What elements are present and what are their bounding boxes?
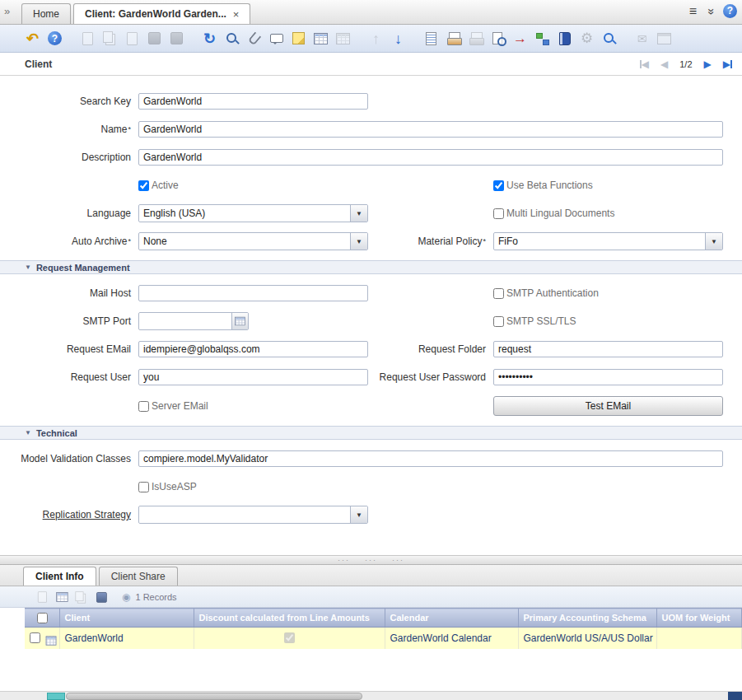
request-email-label: Request EMail [21,340,136,358]
server-email-checkbox[interactable] [138,401,149,412]
post-it-note-button[interactable] [287,27,310,49]
tab-client[interactable]: Client: GardenWorld Garden... × [73,3,250,24]
tab-title: Client [25,58,52,70]
auto-archive-combo[interactable]: ▼ [138,232,368,250]
select-all-checkbox[interactable] [37,613,48,623]
form-row: Mail Host SMTP Authentication [21,284,742,302]
request-email-input[interactable] [138,341,368,357]
cell-calendar[interactable]: GardenWorld Calendar [385,628,518,649]
ignore-changes-button[interactable]: ↶ [21,27,44,49]
tab-client-info[interactable]: Client Info [23,567,96,586]
chevron-down-icon[interactable]: ▼ [350,205,367,222]
is-use-asp-checkbox[interactable] [138,482,149,492]
attachment-button[interactable] [243,27,265,49]
required-marker: * [483,237,486,245]
zoom-across-button[interactable] [598,27,620,49]
detail-save-button[interactable] [92,588,110,606]
chevron-down-icon[interactable]: ▼ [350,233,367,250]
cell-client[interactable]: GardenWorld [59,628,194,649]
smtp-ssl-checkbox[interactable] [493,316,504,327]
archive-viewer-button[interactable] [487,27,509,49]
mail-host-input[interactable] [138,285,368,301]
form-row: IsUseASP [21,478,742,496]
replication-strategy-input[interactable] [139,506,350,523]
material-policy-combo[interactable]: ▼ [493,232,723,250]
book-icon [557,30,573,47]
section-technical[interactable]: ▼ Technical [0,426,742,440]
column-header-4[interactable]: Primary Accounting Schema [518,609,656,628]
find-record-button[interactable] [221,27,243,49]
collapse-all-icon[interactable]: « [704,8,716,15]
client-form: Search Key Name* Description Active Use … [0,76,742,555]
column-header-5[interactable]: UOM for Weight [656,609,742,628]
language-input[interactable] [139,205,350,222]
table-row[interactable]: GardenWorldGardenWorld CalendarGardenWor… [25,628,742,649]
smtp-port-field[interactable] [138,312,249,330]
csv-import-button [332,27,354,49]
model-validation-classes-input[interactable] [138,450,723,467]
request-user-password-input[interactable] [493,369,723,385]
help-button[interactable]: ? [44,27,66,49]
cell-uom-for-weight[interactable] [656,628,742,649]
material-policy-input[interactable] [494,233,705,250]
scrollbar-thumb[interactable] [66,693,362,700]
replication-strategy-label[interactable]: Replication Strategy [21,506,136,524]
column-header-2[interactable]: Discount calculated from Line Amounts [194,609,385,628]
multi-lingual-documents-checkbox[interactable] [493,208,504,219]
splitter-handle[interactable]: ··· ··· ··· [0,555,742,565]
tab-home[interactable]: Home [21,3,71,24]
column-header-3[interactable]: Calendar [385,609,518,628]
row-edit-icon[interactable] [46,636,57,645]
language-combo[interactable]: ▼ [138,204,368,222]
tab-client-share[interactable]: Client Share [99,567,178,586]
chevron-down-icon[interactable]: ▼ [350,506,367,523]
request-icon: ✉ [634,30,651,47]
last-record-button[interactable]: ▶ [723,58,732,70]
select-all-header[interactable] [25,609,59,628]
calculator-button[interactable] [231,313,248,329]
smtp-authentication-checkbox[interactable] [493,288,504,299]
window-icon [656,30,673,47]
grid-toggle-button[interactable] [310,27,332,49]
horizontal-scrollbar[interactable] [0,691,742,700]
refresh-button[interactable]: ↻ [198,27,221,49]
row-select-checkbox[interactable] [30,632,40,643]
request-folder-input[interactable] [493,341,723,357]
report-button[interactable] [420,27,442,49]
name-input[interactable] [138,121,723,138]
chevron-down-icon[interactable]: ▼ [705,233,722,250]
request-user-label: Request User [21,368,136,386]
west-panel-expander-icon[interactable]: » [4,5,10,17]
auto-archive-input[interactable] [139,233,350,250]
test-email-button[interactable]: Test EMail [493,396,723,416]
section-request-management[interactable]: ▼ Request Management [0,260,742,274]
splitter-dots: ··· [392,556,404,564]
smtp-port-input[interactable] [139,313,231,329]
doc-icon [35,590,49,604]
menu-icon[interactable]: ≡ [689,5,697,18]
description-input[interactable] [138,149,723,166]
column-header-1[interactable]: Client [59,609,194,628]
detail-tab-bar: Client Info Client Share [0,565,742,586]
scrollbar-accent [47,693,65,700]
request-user-input[interactable] [138,369,368,385]
replication-strategy-combo[interactable]: ▼ [138,506,368,524]
next-record-button[interactable]: ▶ [704,58,712,70]
search-key-input[interactable] [138,93,368,110]
print-button[interactable] [442,27,464,49]
active-checkbox[interactable] [138,180,149,191]
export-record-button[interactable]: → [509,27,531,49]
save-new-icon [169,30,185,47]
toolbar-separator [66,38,77,39]
product-info-button[interactable] [553,27,576,49]
tab-home-label: Home [33,8,59,20]
workflow-button[interactable] [531,27,553,49]
cell-primary-accounting-schema[interactable]: GardenWorld US/A/US Dollar [518,628,656,649]
close-icon[interactable]: × [233,8,240,21]
use-beta-functions-checkbox[interactable] [493,180,504,191]
detail-record-button[interactable]: ↓ [387,27,409,49]
parent-record-button: ↑ [365,27,387,49]
detail-edit-button[interactable] [53,588,71,606]
help-icon[interactable]: ? [723,4,737,18]
chat-button[interactable] [265,27,287,49]
